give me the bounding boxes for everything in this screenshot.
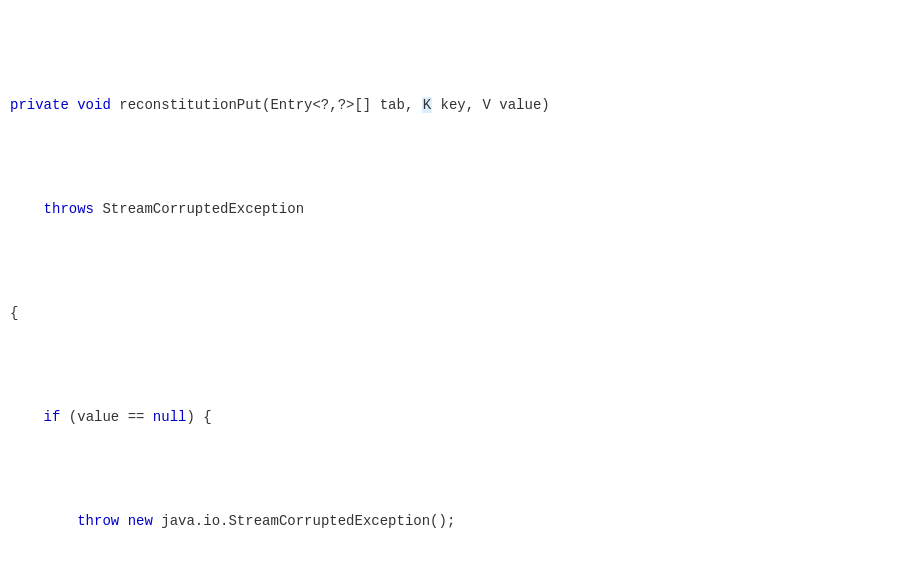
- line-method-signature: private void reconstitutionPut(Entry<?,?…: [0, 92, 907, 118]
- if-null-check: if (value == null) {: [10, 404, 212, 430]
- line-throws: throws StreamCorruptedException: [0, 196, 907, 222]
- open-brace: {: [10, 300, 18, 326]
- code-editor: private void reconstitutionPut(Entry<?,?…: [0, 10, 907, 583]
- throws-clause: throws StreamCorruptedException: [10, 196, 304, 222]
- line-if-null: if (value == null) {: [0, 404, 907, 430]
- line-open-brace: {: [0, 300, 907, 326]
- keyword-private: private void reconstitutionPut(Entry<?,?…: [10, 92, 550, 118]
- throw-stream-exception1: throw new java.io.StreamCorruptedExcepti…: [10, 508, 455, 534]
- line-throw-stream1: throw new java.io.StreamCorruptedExcepti…: [0, 508, 907, 534]
